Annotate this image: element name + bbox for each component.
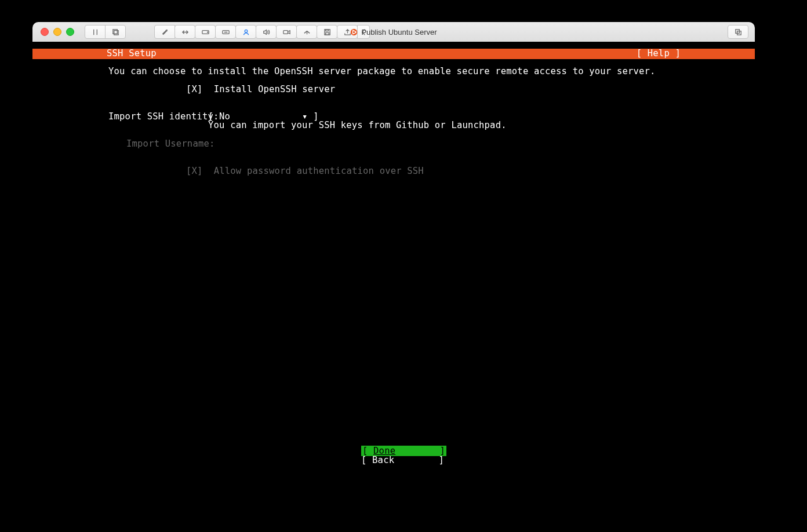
- window-title-text: Publish Ubuntu Server: [361, 28, 437, 37]
- layers-icon: [111, 28, 120, 37]
- svg-rect-6: [283, 30, 288, 34]
- installer-header: SSH Setup [ Help ]: [32, 49, 755, 59]
- install-openssh-checkbox[interactable]: [X] Install OpenSSH server: [186, 85, 335, 94]
- zoom-window-button[interactable]: [66, 28, 74, 36]
- more-button[interactable]: [357, 25, 370, 39]
- floppy-icon: [323, 28, 332, 37]
- window-title: Publish Ubuntu Server: [32, 28, 755, 37]
- username-label: Import Username:: [126, 140, 215, 149]
- settings-button[interactable]: [154, 25, 175, 39]
- network-button[interactable]: [296, 25, 317, 39]
- user-button[interactable]: [235, 25, 256, 39]
- back-button[interactable]: [ Back ]: [361, 456, 444, 465]
- svg-rect-9: [325, 32, 329, 35]
- vm-display: SSH Setup [ Help ] You can choose to ins…: [32, 42, 755, 476]
- svg-point-5: [245, 30, 248, 32]
- pause-icon: [91, 28, 100, 37]
- share-icon: [343, 28, 352, 37]
- user-icon: [242, 28, 250, 37]
- save-button[interactable]: [317, 25, 337, 39]
- wrench-icon: [161, 28, 169, 37]
- window-controls: [41, 28, 74, 36]
- network-icon: [303, 28, 311, 37]
- windowed-icon: [734, 28, 743, 37]
- titlebar: Publish Ubuntu Server: [32, 22, 755, 42]
- sound-button[interactable]: [256, 25, 277, 39]
- camera-icon: [282, 28, 291, 37]
- share-button[interactable]: [337, 25, 358, 39]
- svg-point-3: [207, 31, 208, 32]
- install-openssh-label: Install OpenSSH server: [214, 84, 336, 94]
- checkbox-mark-2: [X]: [186, 166, 203, 176]
- identity-hint: You can import your SSH keys from Github…: [208, 121, 507, 130]
- hdd-icon: [201, 28, 210, 37]
- allow-password-label: Allow password authentication over SSH: [214, 166, 424, 176]
- vm-window: Publish Ubuntu Server SSH Setup [ Help ]…: [32, 22, 755, 476]
- identity-label: Import SSH identity:: [108, 112, 219, 122]
- drive-button[interactable]: [215, 25, 236, 39]
- arrows-icon: [181, 28, 190, 37]
- snapshot-button[interactable]: [105, 25, 126, 39]
- svg-rect-8: [325, 29, 328, 31]
- drive-icon: [221, 28, 230, 37]
- intro-text: You can choose to install the OpenSSH se…: [108, 67, 656, 76]
- camera-button[interactable]: [276, 25, 297, 39]
- disk-button[interactable]: [195, 25, 216, 39]
- windowed-mode-button[interactable]: [728, 25, 748, 39]
- resize-button[interactable]: [175, 25, 195, 39]
- speaker-icon: [262, 28, 271, 37]
- allow-password-checkbox[interactable]: [X] Allow password authentication over S…: [186, 167, 424, 176]
- chevron-left-icon: [359, 28, 368, 37]
- help-button[interactable]: [ Help ]: [637, 49, 681, 59]
- page-title: SSH Setup: [107, 49, 157, 59]
- svg-rect-0: [112, 29, 117, 34]
- minimize-window-button[interactable]: [53, 28, 61, 36]
- svg-rect-1: [114, 30, 118, 35]
- close-window-button[interactable]: [41, 28, 49, 36]
- back-label: Back: [372, 455, 394, 465]
- pause-vm-button[interactable]: [85, 25, 106, 39]
- checkbox-mark: [X]: [186, 84, 203, 94]
